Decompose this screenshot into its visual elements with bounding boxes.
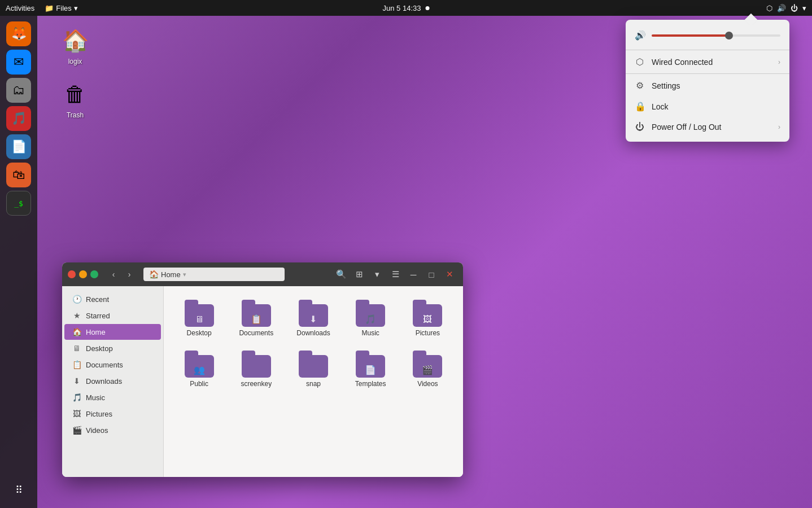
folder-label-snap: snap [306, 380, 321, 388]
folder-overlay-icon-desktop: 🖥 [195, 314, 204, 325]
desktop-icon-trash[interactable]: 🗑 Trash [50, 76, 101, 122]
desktop-icon-logix[interactable]: 🏠 logix [50, 23, 101, 69]
folder-item-desktop[interactable]: 🖥Desktop [173, 295, 225, 341]
lock-label: Lock [652, 102, 780, 111]
folder-icon-small: 📁 [45, 4, 54, 12]
dock-icon-thunderbird[interactable]: ✉ [6, 50, 31, 75]
volume-icon: 🔊 [635, 30, 646, 41]
datetime-label: Jun 5 14:33 [383, 4, 421, 12]
fm-content: 🖥Desktop📋Documents⬇Downloads🎵Music🖼Pictu… [164, 286, 463, 477]
popup-wired-row[interactable]: ⬡ Wired Connected › [626, 51, 789, 72]
fm-toolbar-right: 🔍 ⊞ ▾ ☰ ─ □ ✕ [333, 266, 457, 282]
popup-settings-row[interactable]: ⚙ Settings [626, 75, 789, 96]
fm-nav-buttons: ‹ › [106, 267, 137, 282]
popup-divider-2 [626, 73, 789, 74]
wired-arrow: › [778, 58, 780, 66]
sidebar-documents-label: Documents [86, 361, 123, 369]
fm-breadcrumb-home-icon: 🏠 [149, 270, 159, 279]
fm-view-grid-button[interactable]: ⊞ [351, 266, 367, 282]
wired-label: Wired Connected [652, 58, 771, 67]
sidebar-home-label: Home [86, 328, 106, 336]
folder-item-screenkey[interactable]: screenkey [230, 346, 282, 392]
folder-icon-pictures: 🖼 [413, 300, 442, 327]
network-icon[interactable]: ⬡ [766, 4, 772, 12]
trash-label: Trash [67, 111, 84, 119]
fm-window-maximize-btn[interactable]: □ [424, 266, 439, 282]
folder-overlay-icon-pictures: 🖼 [423, 314, 432, 325]
dock-icon-firefox[interactable]: 🦊 [6, 21, 31, 46]
dock-icon-terminal[interactable]: _$ [6, 191, 31, 216]
volume-fill [652, 34, 729, 37]
folder-label-templates: Templates [355, 380, 386, 388]
folder-label-desktop: Desktop [187, 329, 212, 337]
fm-search-button[interactable]: 🔍 [333, 266, 349, 282]
popup-lock-row[interactable]: 🔒 Lock [626, 96, 789, 117]
sidebar-item-starred[interactable]: ★ Starred [64, 308, 161, 323]
folder-overlay-icon-videos: 🎬 [422, 365, 433, 375]
activities-label[interactable]: Activities [6, 4, 34, 12]
folder-overlay-icon-documents: 📋 [251, 314, 262, 325]
logix-label: logix [68, 58, 82, 65]
folder-item-public[interactable]: 👥Public [173, 346, 225, 392]
folder-icon-desktop: 🖥 [185, 300, 214, 327]
trash-icon: 🗑 [60, 80, 90, 109]
sidebar-item-videos[interactable]: 🎬 Videos [64, 422, 161, 438]
dock-icon-files[interactable]: 🗂 [6, 78, 31, 103]
fm-breadcrumb[interactable]: 🏠 Home ▾ [143, 268, 285, 281]
fm-view-dropdown-button[interactable]: ▾ [369, 266, 385, 282]
folder-item-downloads[interactable]: ⬇Downloads [287, 295, 339, 341]
power-icon-taskbar[interactable]: ⏻ [791, 4, 798, 12]
taskbar: Activities 📁 Files ▾ Jun 5 14:33 ⬡ 🔊 ⏻ ▾ [0, 0, 812, 16]
volume-row: 🔊 [626, 27, 789, 49]
volume-icon-taskbar[interactable]: 🔊 [777, 4, 786, 12]
power-icon: ⏻ [635, 122, 645, 132]
dock-icon-writer[interactable]: 📄 [6, 134, 31, 159]
fm-window-minimize-btn[interactable]: ─ [405, 266, 421, 282]
volume-slider[interactable] [652, 34, 780, 37]
folder-item-music[interactable]: 🎵Music [344, 295, 397, 341]
fm-breadcrumb-dropdown[interactable]: ▾ [183, 271, 186, 278]
fm-back-button[interactable]: ‹ [106, 267, 121, 282]
folder-item-templates[interactable]: 📄Templates [344, 346, 397, 392]
popup-power-row[interactable]: ⏻ Power Off / Log Out › [626, 117, 789, 137]
sidebar-pictures-label: Pictures [86, 410, 112, 418]
fm-breadcrumb-text: Home [161, 270, 181, 279]
folder-item-pictures[interactable]: 🖼Pictures [401, 295, 454, 341]
dock-apps-grid[interactable]: ⠿ [6, 478, 31, 502]
sidebar-item-pictures[interactable]: 🖼 Pictures [64, 406, 161, 422]
dropdown-arrow-taskbar[interactable]: ▾ [802, 4, 806, 12]
sidebar-item-documents[interactable]: 📋 Documents [64, 357, 161, 373]
folder-overlay-icon-public: 👥 [194, 365, 205, 375]
folder-overlay-icon-templates: 📄 [365, 365, 376, 375]
sidebar-recent-label: Recent [86, 295, 109, 304]
sidebar-item-desktop[interactable]: 🖥 Desktop [64, 340, 161, 356]
file-manager-window: ‹ › 🏠 Home ▾ 🔍 ⊞ ▾ ☰ ─ □ ✕ 🕐 Recent ★ [62, 262, 463, 477]
desktop-icon-sidebar: 🖥 [72, 344, 81, 353]
sidebar-item-music[interactable]: 🎵 Music [64, 389, 161, 405]
sidebar-music-label: Music [86, 393, 105, 402]
folder-item-snap[interactable]: snap [287, 346, 339, 392]
folder-label-music: Music [362, 329, 379, 337]
folder-overlay-icon-music: 🎵 [365, 314, 376, 325]
taskbar-right: ⬡ 🔊 ⏻ ▾ [766, 4, 806, 12]
fm-window-close-btn[interactable]: ✕ [442, 266, 457, 282]
sidebar-item-recent[interactable]: 🕐 Recent [64, 291, 161, 307]
starred-icon: ★ [72, 311, 81, 320]
fm-forward-button[interactable]: › [122, 267, 137, 282]
videos-icon: 🎬 [72, 426, 81, 435]
sidebar-item-home[interactable]: 🏠 Home [64, 324, 161, 340]
sidebar-videos-label: Videos [86, 426, 108, 435]
fm-minimize-button[interactable] [79, 270, 87, 278]
folder-icon-documents: 📋 [242, 300, 271, 327]
sidebar-item-downloads[interactable]: ⬇ Downloads [64, 373, 161, 389]
fm-close-button[interactable] [68, 270, 76, 278]
folder-item-documents[interactable]: 📋Documents [230, 295, 282, 341]
files-menu-button[interactable]: 📁 Files ▾ [41, 3, 81, 14]
fm-maximize-button[interactable] [90, 270, 98, 278]
documents-icon: 📋 [72, 360, 81, 369]
settings-icon: ⚙ [635, 80, 645, 91]
dock-icon-rhythmbox[interactable]: 🎵 [6, 106, 31, 131]
folder-item-videos[interactable]: 🎬Videos [401, 346, 454, 392]
fm-list-view-button[interactable]: ☰ [387, 266, 403, 282]
dock-icon-appstore[interactable]: 🛍 [6, 163, 31, 187]
